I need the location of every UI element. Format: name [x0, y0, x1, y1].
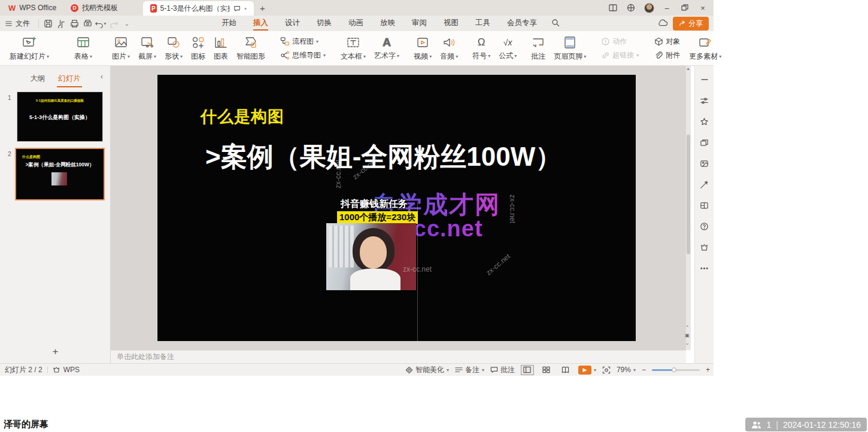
wps-assistant-icon[interactable]	[699, 242, 710, 252]
next-slide-icon[interactable]: ⌄	[685, 340, 690, 346]
object-button[interactable]: 对象	[654, 36, 680, 47]
tab-view[interactable]: 视图	[438, 16, 465, 31]
slide-sorter-view-button[interactable]	[540, 365, 553, 375]
slide2-thumbnail[interactable]: 什么是构图 >案例（果姐-全网粉丝100W）	[15, 148, 105, 200]
tab-outline[interactable]: 大纲	[30, 74, 45, 84]
header-footer-button[interactable]: 页眉页脚▾	[550, 35, 590, 62]
design-assets-icon[interactable]	[699, 158, 710, 169]
wps-feedback-button[interactable]: WPS	[53, 366, 80, 374]
save-button[interactable]	[41, 17, 54, 29]
slide-header-text[interactable]: 什么是构图	[201, 106, 284, 127]
zoom-slider-handle[interactable]	[672, 367, 676, 372]
close-button[interactable]: ×	[694, 1, 711, 14]
chart-button[interactable]: 图表	[210, 35, 232, 62]
slide-canvas[interactable]: 什么是构图 >案例（果姐-全网粉丝100W） zx-cc.net zx-cc.n…	[157, 75, 636, 341]
wordart-label: 艺术字	[374, 51, 396, 61]
slide1-number: 1	[8, 95, 11, 101]
symbol-button[interactable]: Ω 符号▾	[468, 36, 494, 61]
undo-button[interactable]: ▾	[94, 17, 107, 29]
redo-button[interactable]	[107, 17, 120, 29]
comments-toggle-button[interactable]: 批注	[490, 365, 515, 375]
picture-button[interactable]: 图片▾	[108, 35, 134, 62]
tab-wps-home[interactable]: W WPS Office	[1, 0, 63, 16]
zoom-slider[interactable]	[652, 369, 700, 371]
table-button[interactable]: 表格▾	[65, 35, 102, 62]
slide1-thumbnail[interactable]: 5-1如何拍摄出高质量的口播视频 5-1-3什么是构图（实操）	[17, 92, 103, 142]
beautify-wand-icon[interactable]	[699, 179, 710, 190]
help-icon[interactable]	[699, 221, 710, 232]
fit-window-button[interactable]	[602, 366, 611, 374]
scroll-up-icon[interactable]: ▲	[686, 66, 690, 71]
avatar[interactable]	[641, 1, 657, 14]
settings-sliders-icon[interactable]	[699, 95, 710, 106]
reading-view-button[interactable]	[559, 365, 572, 375]
screenshot-button[interactable]: 截屏▾	[134, 35, 160, 62]
more-assets-button[interactable]: 更多素材▾	[685, 35, 726, 62]
share-button[interactable]: 分享	[673, 17, 709, 31]
add-slide-button[interactable]: +	[0, 346, 111, 358]
audio-button[interactable]: 音频▾	[436, 35, 462, 62]
slide-title-text[interactable]: >案例（果姐-全网粉丝100W）	[205, 139, 562, 175]
file-menu-button[interactable]: 文件	[0, 19, 36, 29]
comment-button[interactable]: 批注	[527, 35, 550, 62]
notes-bar[interactable]: 单击此处添加备注	[111, 350, 686, 363]
zoom-in-button[interactable]: +	[706, 366, 710, 374]
prev-slide-icon[interactable]: ⌃	[685, 325, 690, 330]
zoom-out-button[interactable]: −	[642, 366, 646, 374]
layout-panel-icon[interactable]	[699, 200, 710, 211]
favorites-star-icon[interactable]	[699, 116, 710, 127]
case-photo[interactable]	[326, 223, 416, 290]
layout-mini-icon[interactable]: ▣	[685, 333, 690, 338]
normal-view-button[interactable]	[521, 365, 534, 375]
tab-slides[interactable]: 幻灯片	[58, 74, 81, 84]
more-tools-icon[interactable]	[699, 263, 710, 273]
tab-slideshow[interactable]: 放映	[374, 16, 401, 31]
shapes-button[interactable]: 形状▾	[160, 35, 187, 62]
tab-docer[interactable]: D 找稻壳模板	[63, 0, 125, 16]
smartart-button[interactable]: 智能图形	[232, 35, 269, 62]
scrollbar-thumb[interactable]	[687, 135, 690, 254]
tab-member[interactable]: 会员专享	[501, 16, 543, 31]
collapse-panel-icon[interactable]: ‹	[101, 72, 103, 81]
more-assets-label: 更多素材	[689, 51, 718, 62]
tab-home[interactable]: 开始	[216, 16, 242, 31]
slide-editing-area[interactable]: 什么是构图 >案例（果姐-全网粉丝100W） zx-cc.net zx-cc.n…	[111, 66, 686, 350]
tab-tools[interactable]: 工具	[469, 16, 496, 31]
textbox-button[interactable]: 文本框▾	[336, 35, 370, 62]
tab-design[interactable]: 设计	[279, 16, 306, 31]
search-icon[interactable]	[551, 19, 560, 29]
new-slide-button[interactable]: 新建幻灯片▾	[0, 35, 59, 62]
tab-transition[interactable]: 切换	[311, 16, 338, 31]
print-button[interactable]	[68, 17, 81, 29]
tab-animation[interactable]: 动画	[342, 16, 369, 31]
globe-settings-icon[interactable]	[623, 1, 639, 14]
mindmap-button[interactable]: 思维导图▾	[280, 50, 326, 60]
print-preview-button[interactable]	[81, 17, 94, 29]
new-tab-button[interactable]: +	[254, 0, 271, 16]
split-view-icon[interactable]	[605, 1, 621, 14]
icons-button[interactable]: 图标	[187, 35, 210, 62]
zoom-level-button[interactable]: 79%▾	[617, 366, 636, 374]
quickbar-dropdown-icon[interactable]: ⌄	[120, 17, 133, 29]
header-footer-icon	[563, 35, 577, 50]
play-slideshow-button[interactable]: ▶▾	[578, 366, 596, 375]
object-label: 对象	[666, 36, 680, 47]
notes-toggle-button[interactable]: 备注▾	[455, 365, 484, 375]
tab-insert[interactable]: 插入	[247, 16, 274, 31]
tab-review[interactable]: 审阅	[406, 16, 433, 31]
export-pdf-button[interactable]	[54, 17, 68, 29]
attachment-button[interactable]: 附件	[654, 50, 680, 60]
cloud-sync-icon[interactable]	[658, 19, 668, 29]
minimize-button[interactable]: –	[658, 1, 675, 14]
doc-comment-icon[interactable]	[233, 5, 241, 12]
tab-document[interactable]: P 5-1-3是什么构图（实操）.ppt •	[143, 1, 254, 16]
collapse-ribbon-icon[interactable]	[699, 74, 710, 85]
wordart-button[interactable]: A 艺术字▾	[370, 36, 403, 61]
flowchart-button[interactable]: 流程图▾	[280, 36, 326, 47]
video-button[interactable]: 视频▾	[409, 35, 436, 62]
ribbon-tab-bar: 开始 插入 设计 切换 动画 放映 审阅 视图 工具 会员专享	[216, 16, 560, 31]
copy-pages-icon[interactable]	[699, 137, 710, 148]
formula-button[interactable]: √x 公式▾	[494, 36, 521, 61]
restore-button[interactable]	[676, 1, 693, 14]
smart-beautify-button[interactable]: 智能美化▾	[405, 365, 449, 375]
